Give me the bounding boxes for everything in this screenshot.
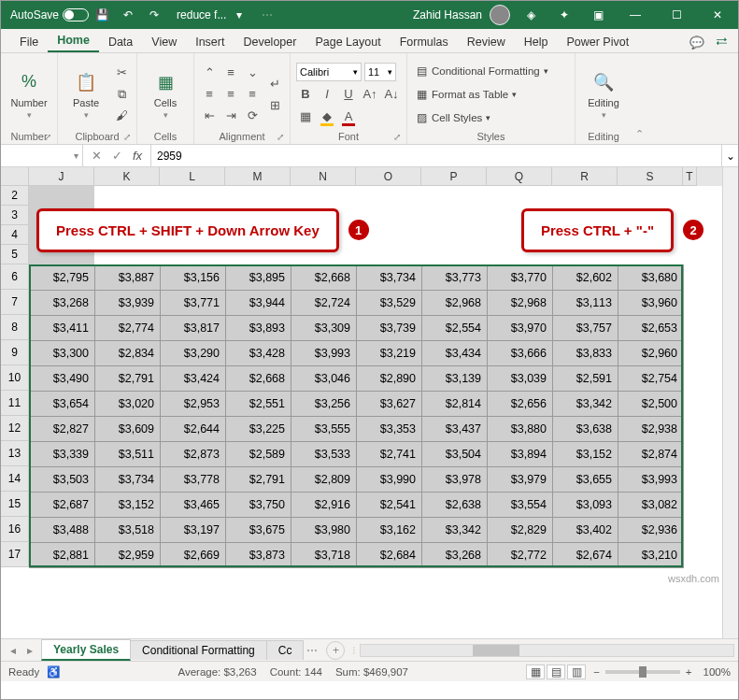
table-row[interactable]: $3,339$3,511$2,873$2,589$3,533$2,741$3,5… bbox=[30, 442, 684, 467]
cell[interactable]: $3,046 bbox=[291, 366, 357, 392]
row-header[interactable]: 2 bbox=[1, 186, 29, 206]
cell[interactable]: $3,734 bbox=[95, 467, 161, 493]
row-header[interactable]: 8 bbox=[1, 315, 29, 340]
cell[interactable]: $3,219 bbox=[357, 341, 422, 366]
cell[interactable]: $3,093 bbox=[553, 493, 618, 518]
cell[interactable]: $2,774 bbox=[95, 316, 161, 341]
cell[interactable]: $3,718 bbox=[291, 543, 357, 568]
cell[interactable]: $2,960 bbox=[618, 341, 684, 366]
cell[interactable]: $3,817 bbox=[161, 316, 226, 341]
col-header[interactable]: M bbox=[225, 167, 291, 186]
minimize-button[interactable]: — bbox=[618, 1, 652, 29]
cell[interactable]: $3,504 bbox=[422, 442, 488, 467]
normal-view-icon[interactable]: ▦ bbox=[526, 664, 545, 679]
col-header[interactable]: L bbox=[160, 167, 225, 186]
row-header[interactable]: 3 bbox=[1, 206, 29, 225]
share-icon[interactable]: ⮂ bbox=[712, 32, 731, 52]
cell[interactable]: $3,490 bbox=[30, 366, 95, 392]
zoom-level[interactable]: 100% bbox=[703, 666, 731, 678]
align-left-icon[interactable]: ≡ bbox=[200, 85, 219, 104]
conditional-formatting-button[interactable]: ▤Conditional Formatting ▾ bbox=[413, 62, 550, 80]
cell[interactable]: $2,653 bbox=[618, 316, 684, 341]
user-name[interactable]: Zahid Hassan bbox=[413, 8, 482, 21]
cell[interactable]: $2,874 bbox=[618, 442, 684, 467]
cell[interactable]: $3,488 bbox=[30, 518, 95, 543]
cell[interactable]: $3,655 bbox=[553, 467, 618, 493]
diamond-icon[interactable]: ◈ bbox=[521, 6, 540, 24]
cell[interactable]: $2,916 bbox=[291, 493, 357, 518]
tab-home[interactable]: Home bbox=[48, 30, 99, 52]
cell[interactable]: $3,771 bbox=[161, 291, 226, 316]
autosave[interactable]: AutoSave bbox=[10, 8, 89, 21]
cell[interactable]: $3,533 bbox=[291, 442, 357, 467]
cell[interactable]: $2,959 bbox=[95, 543, 161, 568]
wand-icon[interactable]: ✦ bbox=[555, 6, 574, 24]
cell[interactable]: $3,503 bbox=[30, 467, 95, 493]
cell[interactable]: $2,656 bbox=[488, 392, 553, 417]
cell[interactable]: $3,750 bbox=[226, 493, 291, 518]
cell[interactable]: $2,890 bbox=[357, 366, 422, 392]
cell[interactable]: $3,402 bbox=[553, 518, 618, 543]
cell[interactable]: $3,268 bbox=[30, 291, 95, 316]
cell[interactable]: $3,162 bbox=[357, 518, 422, 543]
cell[interactable]: $2,968 bbox=[422, 291, 488, 316]
italic-button[interactable]: I bbox=[318, 85, 336, 104]
row-header[interactable]: 12 bbox=[1, 416, 29, 441]
format-as-table-button[interactable]: ▦Format as Table ▾ bbox=[413, 85, 550, 104]
dialog-launcher-icon[interactable]: ⤢ bbox=[393, 132, 401, 142]
cell[interactable]: $2,827 bbox=[30, 417, 95, 442]
tab-formulas[interactable]: Formulas bbox=[391, 32, 458, 52]
cell[interactable]: $3,342 bbox=[422, 518, 488, 543]
table-row[interactable]: $2,827$3,609$2,644$3,225$3,555$3,353$3,4… bbox=[30, 417, 684, 442]
cell-styles-button[interactable]: ▨Cell Styles ▾ bbox=[413, 108, 550, 127]
cell[interactable]: $3,309 bbox=[291, 316, 357, 341]
align-bottom-icon[interactable]: ⌄ bbox=[243, 64, 262, 82]
sheet-body[interactable]: Press CTRL + SHIFT + Down Arrow Key 1 Pr… bbox=[29, 186, 722, 568]
col-header[interactable]: N bbox=[291, 167, 356, 186]
tab-powerpivot[interactable]: Power Pivot bbox=[557, 32, 638, 52]
cell[interactable]: $3,511 bbox=[95, 442, 161, 467]
tab-data[interactable]: Data bbox=[99, 32, 142, 52]
redo-icon[interactable]: ↷ bbox=[145, 6, 163, 24]
dialog-launcher-icon[interactable]: ⤢ bbox=[123, 132, 131, 142]
increase-font-icon[interactable]: A↑ bbox=[361, 85, 379, 104]
align-right-icon[interactable]: ≡ bbox=[243, 85, 262, 104]
sheet-tab-more-icon[interactable]: ⋯ bbox=[304, 641, 320, 660]
cell[interactable]: $3,342 bbox=[553, 392, 618, 417]
cell[interactable]: $3,428 bbox=[226, 341, 291, 366]
cell[interactable]: $2,684 bbox=[357, 543, 422, 568]
font-color-icon[interactable]: A bbox=[339, 107, 358, 126]
maximize-button[interactable]: ☐ bbox=[660, 1, 693, 29]
underline-button[interactable]: U bbox=[339, 85, 358, 104]
align-middle-icon[interactable]: ≡ bbox=[221, 64, 240, 82]
col-header[interactable]: P bbox=[421, 167, 487, 186]
cell[interactable]: $2,589 bbox=[226, 442, 291, 467]
cell[interactable]: $3,778 bbox=[161, 467, 226, 493]
cell[interactable]: $3,627 bbox=[357, 392, 422, 417]
expand-formula-icon[interactable]: ⌄ bbox=[721, 145, 738, 166]
editing-button[interactable]: 🔍 Editing ▾ bbox=[581, 69, 626, 120]
cell[interactable]: $3,290 bbox=[161, 341, 226, 366]
cell[interactable]: $3,020 bbox=[95, 392, 161, 417]
cell[interactable]: $3,268 bbox=[422, 543, 488, 568]
orientation-icon[interactable]: ⟳ bbox=[243, 107, 262, 125]
sheet-nav-prev-icon[interactable]: ▸ bbox=[21, 641, 38, 660]
align-center-icon[interactable]: ≡ bbox=[221, 85, 240, 104]
col-header[interactable]: R bbox=[552, 167, 618, 186]
table-row[interactable]: $3,488$3,518$3,197$3,675$3,980$3,162$3,3… bbox=[30, 518, 684, 543]
cell[interactable]: $3,978 bbox=[422, 467, 488, 493]
cell[interactable]: $2,669 bbox=[161, 543, 226, 568]
cell[interactable]: $3,893 bbox=[226, 316, 291, 341]
table-row[interactable]: $2,881$2,959$2,669$3,873$3,718$2,684$3,2… bbox=[30, 543, 684, 568]
page-break-icon[interactable]: ▥ bbox=[567, 664, 586, 679]
zoom-slider[interactable] bbox=[605, 670, 680, 674]
decrease-indent-icon[interactable]: ⇤ bbox=[200, 107, 219, 125]
decrease-font-icon[interactable]: A↓ bbox=[382, 85, 401, 104]
cell[interactable]: $2,936 bbox=[618, 518, 684, 543]
cell[interactable]: $2,791 bbox=[226, 467, 291, 493]
cell[interactable]: $3,465 bbox=[161, 493, 226, 518]
cell[interactable]: $3,980 bbox=[291, 518, 357, 543]
sheet-tab[interactable]: Conditional Formatting bbox=[130, 640, 267, 660]
cell[interactable]: $3,152 bbox=[553, 442, 618, 467]
fill-color-icon[interactable]: ◆ bbox=[318, 107, 336, 126]
